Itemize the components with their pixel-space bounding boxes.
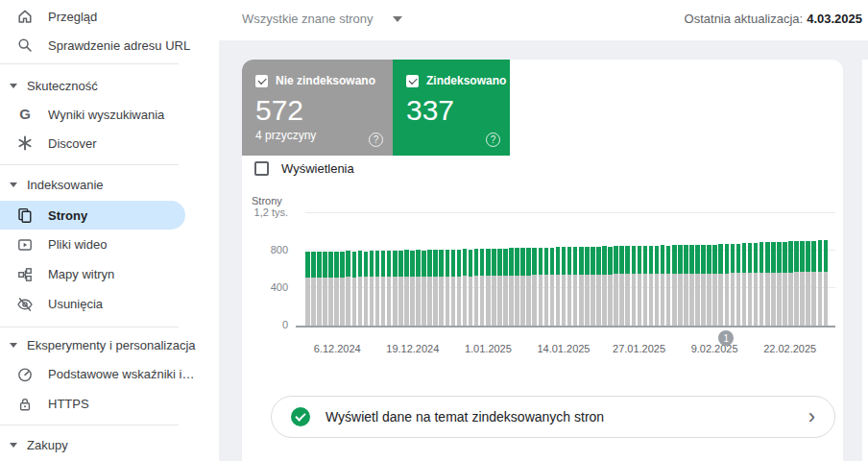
chart-bar[interactable]	[305, 252, 310, 326]
help-icon[interactable]	[369, 133, 383, 147]
chart-bar[interactable]	[800, 241, 805, 326]
chart-bar[interactable]	[638, 246, 642, 326]
chart-bar[interactable]	[317, 252, 322, 326]
view-indexed-pages-link[interactable]: Wyświetl dane na temat zindeksowanych st…	[271, 396, 835, 438]
chart-bar[interactable]	[684, 245, 688, 326]
chart-bar[interactable]	[573, 247, 578, 326]
chart-bar[interactable]	[550, 248, 555, 326]
chart-bar[interactable]	[410, 251, 415, 326]
chart-bar[interactable]	[806, 241, 810, 326]
checkbox-checked-icon[interactable]	[255, 75, 268, 87]
chart-bar[interactable]	[427, 250, 432, 326]
chart-bar[interactable]	[632, 246, 637, 326]
chart-bar[interactable]	[439, 250, 444, 326]
chart-bar[interactable]	[469, 250, 473, 326]
chart-bar[interactable]	[381, 251, 386, 326]
card-indexed[interactable]: Zindeksowano 337	[393, 60, 510, 156]
chart-bar[interactable]	[509, 248, 514, 326]
chart-bar[interactable]	[404, 250, 409, 326]
chart-bar[interactable]	[446, 250, 450, 326]
chart-bar[interactable]	[811, 241, 816, 326]
chart-bar[interactable]	[672, 245, 677, 326]
chart-bar[interactable]	[311, 252, 316, 326]
chart-bar[interactable]	[562, 247, 567, 326]
chart-bar[interactable]	[649, 246, 654, 326]
chart-bar[interactable]	[655, 246, 660, 326]
chart-bar[interactable]	[678, 245, 683, 326]
sidebar-section-performance[interactable]: Skuteczność	[0, 71, 219, 100]
sidebar-section-shopping[interactable]: Zakupy	[0, 430, 219, 459]
chart-bar[interactable]	[643, 246, 648, 326]
chart-bar[interactable]	[788, 241, 793, 326]
chart-bar[interactable]	[579, 247, 584, 326]
chart-bar[interactable]	[346, 251, 350, 326]
chart-bar[interactable]	[625, 246, 630, 326]
chart-bar[interactable]	[783, 242, 787, 326]
sidebar-item-https[interactable]: HTTPS	[0, 389, 219, 419]
chart-bar[interactable]	[520, 248, 525, 326]
chart-bar[interactable]	[416, 250, 421, 326]
chart-bar[interactable]	[725, 244, 730, 326]
help-icon[interactable]	[486, 133, 500, 147]
chart-bar[interactable]	[526, 248, 531, 326]
chart-bar[interactable]	[701, 245, 706, 326]
sidebar-item-url-inspection[interactable]: Sprawdzenie adresu URL	[0, 31, 219, 60]
chart-bar[interactable]	[497, 249, 502, 326]
sidebar-item-discover[interactable]: Discover	[0, 129, 219, 158]
chart-bar[interactable]	[457, 250, 462, 326]
chart-bar[interactable]	[387, 251, 392, 326]
chart-bar[interactable]	[328, 252, 333, 326]
chart-bar[interactable]	[777, 242, 782, 326]
chart-bar[interactable]	[463, 249, 468, 326]
page-scope-selector[interactable]: Wszystkie znane strony	[242, 12, 402, 26]
chart-bar[interactable]	[689, 245, 694, 326]
chart-bar[interactable]	[340, 252, 345, 326]
sidebar-item-pages[interactable]: Strony	[0, 201, 185, 230]
chart-bar[interactable]	[771, 242, 776, 326]
chart-bar[interactable]	[661, 245, 665, 326]
chart-bar[interactable]	[544, 248, 549, 326]
sidebar-item-search-results[interactable]: G Wyniki wyszukiwania	[0, 100, 219, 129]
sidebar-item-core-web-vitals[interactable]: Podstawowe wskaźniki i…	[0, 359, 219, 389]
chart-bar[interactable]	[393, 251, 398, 326]
chart-bar[interactable]	[433, 250, 438, 326]
chart-bar[interactable]	[818, 240, 823, 326]
chart-bar[interactable]	[451, 250, 456, 326]
chart-bar[interactable]	[765, 242, 770, 326]
chart-bar[interactable]	[539, 248, 543, 326]
chart-bar[interactable]	[480, 249, 485, 326]
sidebar-item-videos[interactable]: Pliki wideo	[0, 230, 219, 259]
sidebar-section-indexing[interactable]: Indeksowanie	[0, 170, 219, 199]
chart-bar[interactable]	[352, 252, 357, 326]
chart-bar[interactable]	[323, 252, 327, 326]
chart-bar[interactable]	[742, 243, 747, 326]
sidebar-section-experience[interactable]: Eksperymenty i personalizacja	[0, 330, 219, 359]
chart-bar[interactable]	[666, 246, 671, 326]
chart-bar[interactable]	[422, 251, 426, 326]
chart-bar[interactable]	[334, 252, 339, 326]
chart-bar[interactable]	[596, 247, 601, 326]
chart-bar[interactable]	[614, 246, 618, 326]
chart-bar[interactable]	[824, 240, 829, 326]
chart-bar[interactable]	[608, 247, 613, 326]
chart-bar[interactable]	[358, 251, 363, 326]
chart-bar[interactable]	[591, 247, 595, 326]
chart-bar[interactable]	[556, 247, 561, 326]
chart-bar[interactable]	[585, 247, 590, 326]
chart-bar[interactable]	[748, 243, 753, 326]
chart-bar[interactable]	[532, 248, 537, 326]
checkbox-unchecked-icon[interactable]	[254, 161, 269, 176]
chart-bar[interactable]	[486, 249, 491, 326]
chart-bar[interactable]	[515, 248, 519, 326]
chart-bar[interactable]	[754, 243, 759, 326]
chart-bar[interactable]	[712, 245, 717, 326]
chart-bar[interactable]	[492, 249, 496, 326]
chart-bar[interactable]	[364, 252, 369, 327]
chart-bar[interactable]	[707, 245, 711, 326]
card-not-indexed[interactable]: Nie zindeksowano 572 4 przyczyny	[242, 60, 393, 156]
chart-bar[interactable]	[794, 241, 799, 326]
chart-bar[interactable]	[760, 242, 764, 326]
chart-bar[interactable]	[567, 247, 572, 326]
chart-bar[interactable]	[619, 246, 624, 326]
chart-bar[interactable]	[370, 251, 374, 326]
